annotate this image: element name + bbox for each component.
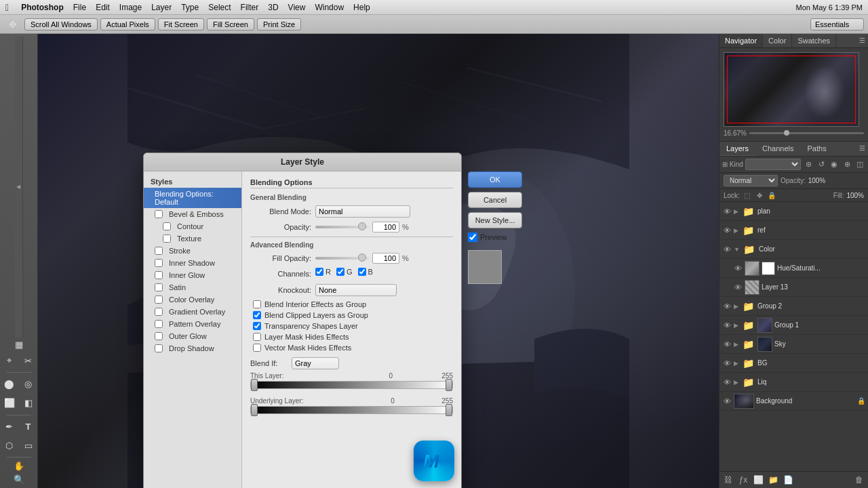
r-checkbox-input[interactable] — [315, 268, 323, 276]
expand-ref[interactable]: ▶ — [734, 227, 738, 234]
blend-if-select[interactable]: Gray — [292, 357, 339, 369]
brush-tool[interactable]: ⬤ — [1, 375, 18, 393]
contour-item[interactable]: Contour — [144, 220, 241, 232]
channels-tab[interactable]: Channels — [755, 142, 800, 156]
inner-glow-checkbox[interactable] — [155, 271, 163, 279]
texture-checkbox[interactable] — [163, 235, 171, 243]
crop-tool[interactable]: ✂ — [20, 352, 37, 369]
hand-tool[interactable]: ✋ — [10, 460, 28, 472]
layer-vis-liq[interactable]: 👁 — [722, 378, 732, 387]
layer-item-group1[interactable]: 👁 ▶ 📁 Group 1 — [719, 316, 868, 335]
color-tab[interactable]: Color — [763, 34, 792, 47]
pen-tool[interactable]: ✒ — [1, 418, 18, 435]
gradient-overlay-item[interactable]: Gradient Overlay — [144, 306, 241, 318]
panel-options-button[interactable]: ☰ — [856, 34, 868, 47]
expand-color[interactable]: ▼ — [734, 246, 740, 253]
bevel-emboss-checkbox[interactable] — [155, 210, 163, 218]
layers-options-button[interactable]: ☰ — [856, 142, 868, 156]
workspace-selector[interactable]: Essentials — [810, 18, 864, 30]
preview-checkbox-row[interactable]: Preview — [468, 232, 522, 242]
blend-interior-checkbox[interactable] — [253, 300, 261, 308]
this-layer-handle-left[interactable] — [251, 379, 258, 391]
layer-vis-bg[interactable]: 👁 — [722, 359, 732, 368]
opacity-input[interactable] — [372, 222, 399, 232]
channel-g-checkbox[interactable]: G — [336, 268, 353, 276]
contour-checkbox[interactable] — [163, 222, 171, 230]
bevel-emboss-item[interactable]: Bevel & Emboss — [144, 208, 241, 220]
blending-options-item[interactable]: Blending Options: Default — [144, 188, 241, 208]
drop-shadow-item[interactable]: Drop Shadow — [144, 342, 241, 354]
new-style-button[interactable]: New Style... — [468, 212, 522, 228]
layer-tool-5[interactable]: ◫ — [854, 159, 865, 170]
left-collapse-arrow[interactable]: ◀ — [15, 37, 23, 338]
blend-mode-select[interactable]: Normal — [315, 205, 410, 218]
delete-layer-icon[interactable]: 🗑 — [853, 474, 865, 486]
add-fx-icon[interactable]: ƒx — [737, 474, 749, 486]
channel-b-checkbox[interactable]: B — [358, 268, 373, 276]
color-overlay-checkbox[interactable] — [155, 296, 163, 304]
opacity-slider-thumb[interactable] — [358, 222, 366, 230]
layer-vis-background[interactable]: 👁 — [722, 396, 732, 406]
outer-glow-checkbox[interactable] — [155, 332, 163, 340]
color-overlay-item[interactable]: Color Overlay — [144, 293, 241, 306]
layers-blend-select[interactable]: Normal — [724, 175, 778, 186]
fit-screen-button[interactable]: Fit Screen — [158, 18, 204, 30]
zoom-tool[interactable]: 🔍 — [10, 474, 28, 485]
fill-opacity-slider-thumb[interactable] — [358, 253, 366, 262]
layer-vis-layer13[interactable]: 👁 — [733, 283, 743, 292]
kind-filter-select[interactable] — [745, 159, 801, 170]
3d-menu[interactable]: 3D — [268, 3, 278, 12]
layer-tool-3[interactable]: ◉ — [829, 159, 840, 170]
expand-liq[interactable]: ▶ — [734, 379, 738, 386]
shape-tool[interactable]: ▭ — [20, 436, 37, 454]
apple-menu[interactable]:  — [5, 2, 9, 13]
inner-glow-item[interactable]: Inner Glow — [144, 269, 241, 281]
layer-vis-plan[interactable]: 👁 — [722, 207, 732, 216]
window-menu[interactable]: Window — [315, 3, 344, 12]
cancel-button[interactable]: Cancel — [468, 192, 522, 208]
layer-vis-ref[interactable]: 👁 — [722, 226, 732, 235]
expand-sky[interactable]: ▶ — [734, 341, 738, 348]
layer-item-group2[interactable]: 👁 ▶ 📁 Group 2 — [719, 297, 868, 316]
view-menu[interactable]: View — [288, 3, 306, 12]
expand-group1[interactable]: ▶ — [734, 322, 738, 329]
lock-all-icon[interactable]: 🔒 — [767, 190, 776, 200]
g-checkbox-input[interactable] — [336, 268, 344, 276]
layer-vis-sky[interactable]: 👁 — [722, 340, 732, 349]
stroke-item[interactable]: Stroke — [144, 245, 241, 257]
inner-shadow-checkbox[interactable] — [155, 259, 163, 267]
channel-r-checkbox[interactable]: R — [315, 268, 331, 276]
layer-item-background[interactable]: 👁 Background 🔒 — [719, 392, 868, 411]
nav-zoom-slider[interactable] — [749, 132, 864, 134]
path-tool[interactable]: ⬡ — [1, 436, 18, 454]
lock-pixels-icon[interactable]: ⬚ — [743, 190, 752, 200]
layer-vis-hue[interactable]: 👁 — [733, 264, 743, 273]
layer-vis-group1[interactable]: 👁 — [722, 321, 732, 330]
expand-bg[interactable]: ▶ — [734, 360, 738, 367]
print-size-button[interactable]: Print Size — [257, 18, 301, 30]
lasso-tool[interactable]: ⌖ — [1, 352, 18, 369]
marquee-tool[interactable]: ▦ — [10, 339, 28, 350]
inner-shadow-item[interactable]: Inner Shadow — [144, 257, 241, 269]
expand-group2[interactable]: ▶ — [734, 303, 738, 310]
layer-item-layer13[interactable]: 👁 Layer 13 — [719, 278, 868, 297]
edit-menu[interactable]: Edit — [96, 3, 110, 12]
layer-item-liq[interactable]: 👁 ▶ 📁 Liq — [719, 373, 868, 392]
fill-screen-button[interactable]: Fill Screen — [207, 18, 254, 30]
b-checkbox-input[interactable] — [358, 268, 366, 276]
underlying-layer-slider[interactable] — [250, 406, 453, 414]
layer-link-icon[interactable]: ⛓ — [722, 474, 734, 486]
layer-mask-checkbox[interactable] — [253, 333, 261, 341]
new-group-icon[interactable]: 📁 — [767, 474, 779, 486]
app-name-menu[interactable]: Photoshop — [21, 3, 64, 12]
scroll-all-button[interactable]: Scroll All Windows — [24, 18, 98, 30]
file-menu[interactable]: File — [73, 3, 86, 12]
refresh-icon[interactable]: ↺ — [816, 159, 827, 170]
layer-vis-group2[interactable]: 👁 — [722, 302, 732, 311]
lock-move-icon[interactable]: ✥ — [755, 190, 764, 200]
type-menu[interactable]: Type — [181, 3, 199, 12]
outer-glow-item[interactable]: Outer Glow — [144, 330, 241, 342]
help-menu[interactable]: Help — [353, 3, 370, 12]
layer-tool-4[interactable]: ⊕ — [842, 159, 852, 170]
satin-checkbox[interactable] — [155, 283, 163, 291]
